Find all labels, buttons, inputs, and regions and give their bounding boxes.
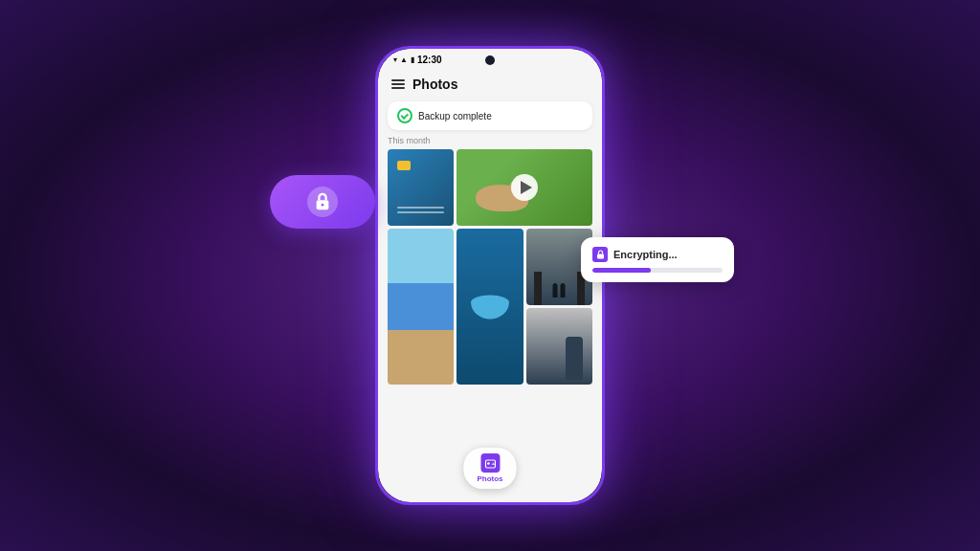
- camera-notch: [485, 55, 495, 65]
- photo-beach[interactable]: [388, 229, 454, 385]
- phone-device: ▾ ▲ ▮ 12:30 Photos Backup complete This …: [375, 46, 605, 505]
- woman-silhouette: [566, 337, 583, 380]
- beach-sky: [388, 229, 454, 291]
- lock-icon-container: [307, 187, 338, 217]
- month-label: This month: [378, 136, 602, 149]
- battery-icon: ▮: [411, 55, 414, 64]
- photos-fab-icon: [480, 453, 500, 473]
- photo-credit-card[interactable]: [388, 149, 454, 226]
- svg-rect-4: [597, 254, 604, 259]
- beach-sand: [388, 330, 454, 385]
- main-scene: ▾ ▲ ▮ 12:30 Photos Backup complete This …: [327, 27, 653, 524]
- people-silhouettes: [553, 283, 566, 298]
- status-time: 12:30: [417, 55, 442, 65]
- lock-icon: [314, 192, 331, 211]
- check-icon: [397, 108, 412, 123]
- encrypt-popup: Encrypting...: [581, 237, 734, 282]
- app-title: Photos: [412, 77, 457, 92]
- phone-screen: ▾ ▲ ▮ 12:30 Photos Backup complete This …: [378, 49, 602, 502]
- lock-bubble: [270, 175, 375, 229]
- progress-bar-background: [592, 268, 723, 273]
- photo-dog-video[interactable]: [457, 149, 592, 226]
- beach-sea: [388, 283, 454, 330]
- photo-grid: [378, 149, 602, 385]
- photos-fab-label: Photos: [477, 474, 502, 483]
- status-bar: ▾ ▲ ▮ 12:30: [378, 49, 602, 69]
- fish-shape: [471, 295, 509, 319]
- encrypt-header: Encrypting...: [592, 247, 723, 262]
- photo-woman[interactable]: [526, 308, 592, 385]
- status-icons: ▾ ▲ ▮ 12:30: [393, 55, 442, 65]
- photos-fab[interactable]: Photos: [463, 448, 516, 489]
- wifi-icon: ▾: [393, 55, 397, 64]
- signal-icon: ▲: [400, 55, 408, 64]
- progress-bar-fill: [592, 268, 651, 273]
- arch-left: [534, 272, 542, 305]
- backup-banner: Backup complete: [388, 101, 592, 130]
- card-chip: [397, 161, 411, 170]
- hamburger-menu[interactable]: [391, 79, 405, 89]
- photo-fish[interactable]: [457, 229, 523, 385]
- backup-text: Backup complete: [418, 111, 492, 121]
- svg-point-3: [487, 462, 490, 465]
- card-lines: [397, 207, 444, 216]
- play-button[interactable]: [511, 174, 538, 201]
- encrypt-lock-icon: [592, 247, 608, 262]
- app-header: Photos: [378, 69, 602, 98]
- encrypt-text: Encrypting...: [613, 249, 678, 260]
- svg-point-1: [322, 204, 324, 207]
